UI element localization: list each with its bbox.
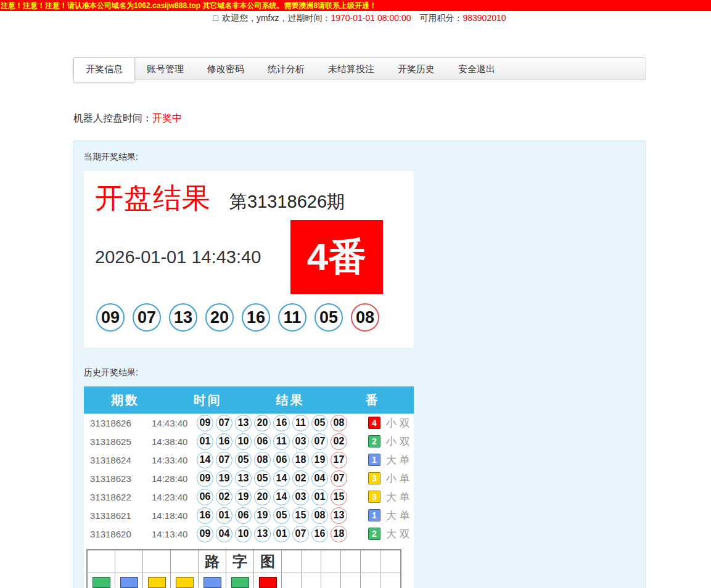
robot-status-line: 机器人控盘时间：开奖中 xyxy=(73,112,182,125)
warning-banner: 注意！注意！注意！请认准本公司域名为1062.casijw888.top 其它域… xyxy=(0,0,711,11)
row-issue: 31318620 xyxy=(84,529,152,539)
row-ball: 10 xyxy=(235,526,252,542)
table-row: 3131862614:43:4009071320161105084小 双 xyxy=(84,414,414,432)
roadmap-cell: 路 xyxy=(199,550,226,573)
roadmap-cell xyxy=(361,550,380,573)
row-issue: 31318622 xyxy=(84,492,152,502)
row-ball: 05 xyxy=(235,452,252,468)
row-result-label: 小 双 xyxy=(386,435,410,449)
row-result-label: 大 双 xyxy=(386,527,410,541)
nav-item-5[interactable]: 未结算投注 xyxy=(316,58,386,80)
roadmap-cell xyxy=(380,550,400,573)
row-result-label: 大 单 xyxy=(386,453,410,467)
row-ball: 06 xyxy=(254,433,271,450)
roadmap-cell xyxy=(341,550,361,573)
row-ball: 15 xyxy=(331,489,347,505)
row-ball: 11 xyxy=(273,433,290,450)
table-row: 3131862514:38:4001161006110307022小 双 xyxy=(84,432,414,451)
row-ball: 20 xyxy=(254,489,271,505)
row-ball: 09 xyxy=(197,415,213,431)
roadmap-marker-green xyxy=(92,577,110,588)
fan-badge: 1 xyxy=(368,509,380,521)
roadmap-cell xyxy=(341,573,361,588)
points-value: 983902010 xyxy=(462,13,506,23)
table-row: 3131862414:33:4014070508061819171大 单 xyxy=(84,451,414,469)
row-time: 14:13:40 xyxy=(152,529,197,539)
roadmap-marker-green xyxy=(231,577,249,588)
row-ball: 04 xyxy=(311,470,328,487)
row-balls: 1601061905150813 xyxy=(197,507,350,524)
row-ball: 11 xyxy=(292,415,309,431)
row-balls: 0907132016110508 xyxy=(197,415,350,431)
row-ball: 13 xyxy=(331,507,347,524)
row-ball: 19 xyxy=(216,470,232,487)
roadmap-cell xyxy=(226,573,254,588)
row-issue: 31318621 xyxy=(84,510,152,521)
row-ball: 13 xyxy=(235,415,252,431)
roadmap-marker-red xyxy=(259,577,277,588)
card-issue: 第31318626期 xyxy=(229,190,345,214)
row-balls: 0919130514020407 xyxy=(197,470,350,487)
row-ball: 16 xyxy=(216,433,232,450)
row-ball: 03 xyxy=(292,433,309,450)
row-ball: 16 xyxy=(273,415,290,431)
nav-item-4[interactable]: 统计分析 xyxy=(256,58,316,80)
roadmap-cell xyxy=(302,573,321,588)
row-ball: 04 xyxy=(216,526,232,542)
row-ball: 18 xyxy=(331,526,347,542)
row-ball: 06 xyxy=(197,489,213,505)
row-ball: 06 xyxy=(273,452,290,468)
row-ball: 14 xyxy=(197,452,213,468)
roadmap-cell xyxy=(115,550,143,573)
robot-status-value: 开奖中 xyxy=(152,113,182,123)
fan-badge: 3 xyxy=(368,472,380,484)
roadmap-cell xyxy=(321,573,341,588)
row-ball: 01 xyxy=(216,507,232,524)
roadmap-cell xyxy=(143,573,171,588)
current-result-card: 开盘结果 第31318626期 2026-01-01 14:43:40 4番 0… xyxy=(84,171,414,348)
nav-item-7[interactable]: 安全退出 xyxy=(446,58,507,80)
main-nav: 开奖信息账号管理修改密码统计分析未结算投注开奖历史安全退出 xyxy=(73,57,646,80)
row-ball: 16 xyxy=(197,507,213,524)
row-ball: 05 xyxy=(273,507,290,524)
roadmap-marker-yellow xyxy=(148,577,166,588)
nav-item-2[interactable]: 账号管理 xyxy=(135,58,195,80)
row-ball: 02 xyxy=(216,489,232,505)
row-ball: 07 xyxy=(311,433,328,450)
roadmap-cell xyxy=(171,550,199,573)
row-balls: 0904101301071618 xyxy=(197,526,350,542)
nav-item-3[interactable]: 修改密码 xyxy=(195,58,256,80)
table-row: 3131862214:23:4006021920140301153大 单 xyxy=(84,488,414,506)
row-ball: 19 xyxy=(254,507,271,524)
row-ball: 15 xyxy=(292,507,309,524)
roadmap-cell xyxy=(254,573,282,588)
row-time: 14:18:40 xyxy=(152,510,197,521)
roadmap-cell xyxy=(115,573,143,588)
row-ball: 16 xyxy=(311,526,328,542)
result-ball: 07 xyxy=(133,303,161,332)
fan-badge: 4 xyxy=(368,417,380,429)
roadmap-cell: 图 xyxy=(254,550,282,573)
row-ball: 08 xyxy=(311,507,328,524)
history-table-header: 期数时间结果番 xyxy=(84,386,414,414)
row-ball: 02 xyxy=(292,470,309,487)
roadmap-color-row xyxy=(88,573,400,588)
row-ball: 20 xyxy=(254,415,271,431)
row-balls: 0116100611030702 xyxy=(197,433,350,450)
row-ball: 14 xyxy=(273,489,290,505)
roadmap-marker-blue xyxy=(120,577,138,588)
row-result-label: 大 单 xyxy=(386,490,410,504)
history-label: 历史开奖结果: xyxy=(84,367,635,378)
roadmap-cell xyxy=(282,550,302,573)
user-icon: □ xyxy=(213,13,218,23)
roadmap-cell xyxy=(302,550,321,573)
row-ball: 13 xyxy=(235,470,252,487)
nav-item-6[interactable]: 开奖历史 xyxy=(386,58,446,80)
nav-item-1[interactable]: 开奖信息 xyxy=(73,57,135,82)
result-ball: 20 xyxy=(205,303,234,332)
welcome-text: 欢迎您，ymfxz，过期时间： xyxy=(222,13,331,23)
row-ball: 19 xyxy=(311,452,328,468)
row-issue: 31318625 xyxy=(84,436,152,447)
roadmap-cell xyxy=(321,550,341,573)
row-ball: 07 xyxy=(216,415,232,431)
